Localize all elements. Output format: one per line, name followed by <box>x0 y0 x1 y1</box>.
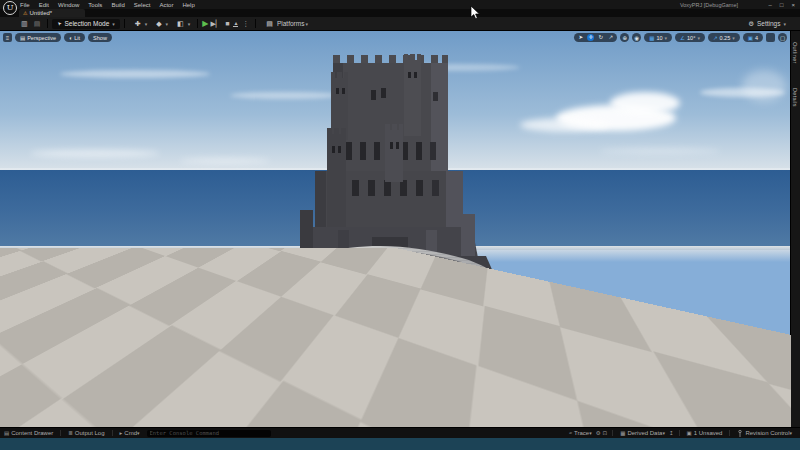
viewport-toolbar-right: ➤ ✛ ↻ ↗ ⊕ ◉ ▦ 10 ▾ ∠ 10° ▾ ↗ 0.25 ▾ ▣ 4 … <box>574 33 787 42</box>
cmd-dropdown[interactable]: ▸ Cmd ▾ <box>120 430 140 436</box>
revision-control-dropdown[interactable]: Revision Control ▾ <box>737 430 792 437</box>
chevron-down-icon: ▾ <box>662 430 665 436</box>
grid-snap-icon: ▦ <box>649 35 654 41</box>
cmd-icon: ▸ <box>120 430 123 436</box>
trace-icon: ≈ <box>569 430 572 436</box>
output-log-label: Output Log <box>75 430 105 436</box>
play-options-kebab[interactable]: ⋮ <box>242 20 249 28</box>
minimize-button[interactable]: – <box>769 2 772 8</box>
menu-item-tools[interactable]: Tools <box>88 2 102 8</box>
transform-tools: ➤ ✛ ↻ ↗ <box>574 33 617 42</box>
menu-item-select[interactable]: Select <box>134 2 151 8</box>
viewport-toolbar-left: ≡ ▤ Perspective ◐ Lit Show <box>3 33 112 42</box>
chevron-down-icon: ▾ <box>137 430 140 436</box>
unreal-logo-icon[interactable]: U <box>3 1 17 15</box>
lit-icon: ◐ <box>69 35 72 41</box>
select-tool-button[interactable]: ➤ <box>577 34 584 41</box>
title-bar: File Edit Window Tools Build Select Acto… <box>0 0 800 9</box>
selection-mode-label: Selection Mode <box>64 20 109 27</box>
show-flags-dropdown[interactable]: Show <box>88 33 112 42</box>
blueprint-icon: ◆ <box>156 20 161 28</box>
level-viewport[interactable]: ≡ ▤ Perspective ◐ Lit Show ➤ ✛ ↻ ↗ ⊕ ◉ ▦… <box>0 30 791 427</box>
output-log-button[interactable]: ≣ Output Log <box>68 430 104 436</box>
rotate-tool-button[interactable]: ↻ <box>597 34 604 41</box>
chevron-down-icon: ▾ <box>697 35 700 41</box>
quick-add-dropdown[interactable]: ✚ ▾ <box>132 20 147 28</box>
lit-label: Lit <box>74 35 80 41</box>
camera-icon: ▣ <box>748 35 753 41</box>
skip-frame-button[interactable]: ▶▏ <box>210 20 221 28</box>
add-icon: ✚ <box>135 20 141 28</box>
menu-item-help[interactable]: Help <box>182 2 194 8</box>
menu-item-file[interactable]: File <box>20 2 30 8</box>
snapshot-icon[interactable]: ⊡ <box>603 430 608 436</box>
camera-speed-control[interactable]: ▣ 4 <box>743 33 763 42</box>
menu-item-build[interactable]: Build <box>111 2 124 8</box>
console-command-input[interactable] <box>150 430 268 436</box>
content-drawer-icon: ▤ <box>4 430 9 436</box>
tab-untitled-level[interactable]: ⚠ Untitled* <box>19 9 85 17</box>
window-title: VoxyPRJ [DebugGame] <box>680 2 738 8</box>
chevron-down-icon: ▾ <box>112 21 115 27</box>
chevron-down-icon: ▾ <box>783 21 786 27</box>
viewport-scene[interactable] <box>0 30 791 427</box>
save-icon[interactable]: ▥ <box>21 20 28 28</box>
gear-icon[interactable]: ⚙ <box>596 430 601 436</box>
rotation-snap-control[interactable]: ∠ 10° ▾ <box>675 33 705 42</box>
derived-data-dropdown[interactable]: ▦ Derived Data ▾ <box>620 430 665 436</box>
move-tool-button[interactable]: ✛ <box>587 34 594 41</box>
view-mode-dropdown[interactable]: ◐ Lit <box>64 33 85 42</box>
perspective-label: Perspective <box>27 35 56 41</box>
viewport-options-menu[interactable]: ≡ <box>3 33 12 42</box>
castle-actor[interactable] <box>282 54 494 274</box>
angle-icon: ∠ <box>680 35 685 41</box>
menu-bar: File Edit Window Tools Build Select Acto… <box>20 0 195 9</box>
tab-details[interactable]: Details <box>792 88 798 107</box>
blueprints-dropdown[interactable]: ◆ ▾ <box>153 20 168 28</box>
perspective-icon: ▤ <box>20 35 25 41</box>
tab-label: Untitled* <box>29 10 52 16</box>
maximize-viewport-button[interactable]: ▢ <box>778 33 787 42</box>
grid-snap-control[interactable]: ▦ 10 ▾ <box>644 33 672 42</box>
content-drawer-label: Content Drawer <box>11 430 53 436</box>
status-bar: ▤ Content Drawer ≣ Output Log ▸ Cmd ▾ ≈ … <box>0 427 800 438</box>
scale-snap-value: 0.25 <box>720 35 731 41</box>
select-cursor-icon: ➤ <box>56 20 63 27</box>
menu-item-edit[interactable]: Edit <box>39 2 49 8</box>
maximize-button[interactable]: □ <box>780 2 784 8</box>
viewport-stats-button[interactable] <box>766 33 775 42</box>
unsaved-status-button[interactable]: ▣ 1 Unsaved <box>687 430 723 436</box>
surface-snap-button[interactable]: ◉ <box>632 33 641 42</box>
trace-dropdown[interactable]: ≈ Trace ▾ <box>569 430 592 436</box>
output-log-icon: ≣ <box>68 430 73 436</box>
perspective-dropdown[interactable]: ▤ Perspective <box>15 33 61 42</box>
stop-button[interactable]: ■ <box>225 20 229 27</box>
unsaved-warning-icon: ⚠ <box>23 10 27 16</box>
main-toolbar: ▥ ▤ ➤ Selection Mode ▾ ✚ ▾ ◆ ▾ ◧ ▾ ▶ ▶▏ … <box>0 17 800 31</box>
close-button[interactable]: × <box>791 2 795 8</box>
selection-mode-dropdown[interactable]: ➤ Selection Mode ▾ <box>52 19 120 29</box>
cinematics-icon: ◧ <box>177 20 184 28</box>
content-drawer-button[interactable]: ▤ Content Drawer <box>4 430 53 436</box>
play-button[interactable]: ▶ <box>202 19 208 28</box>
status-bar-right: ≈ Trace ▾ ⚙ ⊡ ▦ Derived Data ▾ ↥ ▣ 1 Uns… <box>565 430 796 437</box>
scale-tool-button[interactable]: ↗ <box>607 34 614 41</box>
window-controls: – □ × <box>769 0 795 9</box>
cinematics-dropdown[interactable]: ◧ ▾ <box>174 20 190 28</box>
scale-snap-control[interactable]: ↗ 0.25 ▾ <box>708 33 740 42</box>
tab-outliner[interactable]: Outliner <box>792 42 798 64</box>
menu-item-window[interactable]: Window <box>58 2 79 8</box>
menu-item-actor[interactable]: Actor <box>159 2 173 8</box>
grid-snap-value: 10 <box>656 35 662 41</box>
content-browser-icon[interactable]: ▤ <box>34 20 41 28</box>
eject-button[interactable]: ▲ <box>233 20 238 27</box>
chevron-down-icon: ▾ <box>305 21 308 27</box>
mouse-cursor <box>470 6 481 20</box>
camera-speed-value: 4 <box>755 35 758 41</box>
chevron-down-icon: ▾ <box>789 430 792 436</box>
settings-dropdown[interactable]: ⚙ Settings ▾ <box>748 20 786 28</box>
upload-icon[interactable]: ↥ <box>669 430 674 436</box>
revision-control-label: Revision Control <box>745 430 789 436</box>
world-coordinate-button[interactable]: ⊕ <box>620 33 629 42</box>
platforms-dropdown[interactable]: ▤ Platforms ▾ <box>263 20 308 28</box>
